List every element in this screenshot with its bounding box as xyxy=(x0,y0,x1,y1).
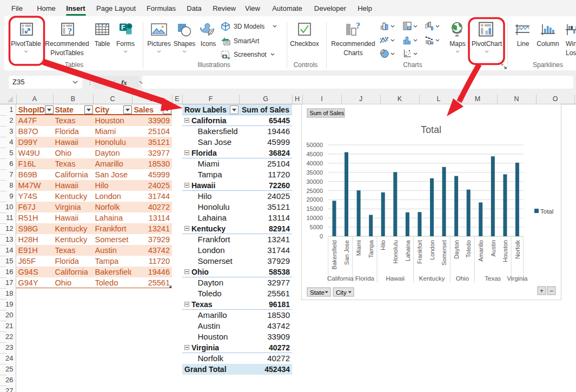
svg-text:10000: 10000 xyxy=(306,215,323,221)
svg-text:30000: 30000 xyxy=(306,178,323,185)
svg-text:Amarillo: Amarillo xyxy=(478,240,484,262)
svg-text:?: ? xyxy=(68,26,72,36)
svg-text:Hawaii: Hawaii xyxy=(386,275,405,282)
svg-text:Miami: Miami xyxy=(355,240,362,256)
svg-text:Florida: Florida xyxy=(355,275,375,282)
svg-text:Hilo: Hilo xyxy=(380,240,386,250)
svg-text:Lahaina: Lahaina xyxy=(405,240,411,261)
svg-text:25000: 25000 xyxy=(306,188,323,194)
svg-text:Sum of Sales: Sum of Sales xyxy=(310,110,345,116)
svg-text:Honolulu: Honolulu xyxy=(392,240,399,263)
svg-text:fx: fx xyxy=(121,78,127,87)
svg-text:15000: 15000 xyxy=(306,205,323,212)
svg-text:Tampa: Tampa xyxy=(368,240,374,258)
svg-text:Dayton: Dayton xyxy=(453,240,460,259)
svg-text:Total: Total xyxy=(421,124,441,135)
svg-text:Toledo: Toledo xyxy=(465,240,472,257)
svg-text:+: + xyxy=(540,287,544,295)
svg-text:London: London xyxy=(429,240,435,260)
svg-text:Bakersfield: Bakersfield xyxy=(331,240,337,269)
svg-text:Kentucky: Kentucky xyxy=(419,275,445,282)
svg-text:−: − xyxy=(549,287,553,295)
svg-text:50000: 50000 xyxy=(306,142,323,148)
svg-text:40000: 40000 xyxy=(306,160,323,167)
svg-text:45000: 45000 xyxy=(306,151,323,157)
svg-text:Austin: Austin xyxy=(490,240,496,257)
svg-text:City: City xyxy=(336,289,347,296)
svg-text:Norfolk: Norfolk xyxy=(514,240,521,259)
svg-text:Virginia: Virginia xyxy=(507,275,528,282)
svg-text:F: F xyxy=(121,24,125,31)
svg-text:California: California xyxy=(327,275,354,282)
svg-text:Texas: Texas xyxy=(485,275,501,282)
svg-text:Frankfort: Frankfort xyxy=(416,240,423,264)
svg-text:Ohio: Ohio xyxy=(456,275,469,282)
svg-text:San Jose: San Jose xyxy=(343,240,350,265)
svg-text:Somerset: Somerset xyxy=(441,240,447,265)
svg-text:?: ? xyxy=(356,22,360,30)
svg-text:State: State xyxy=(310,289,325,296)
svg-text:Houston: Houston xyxy=(502,240,508,262)
svg-text:Total: Total xyxy=(540,208,553,215)
svg-text:35000: 35000 xyxy=(306,169,323,176)
svg-text:5000: 5000 xyxy=(310,224,323,230)
svg-text:20000: 20000 xyxy=(306,196,323,203)
svg-text:0: 0 xyxy=(320,233,323,240)
